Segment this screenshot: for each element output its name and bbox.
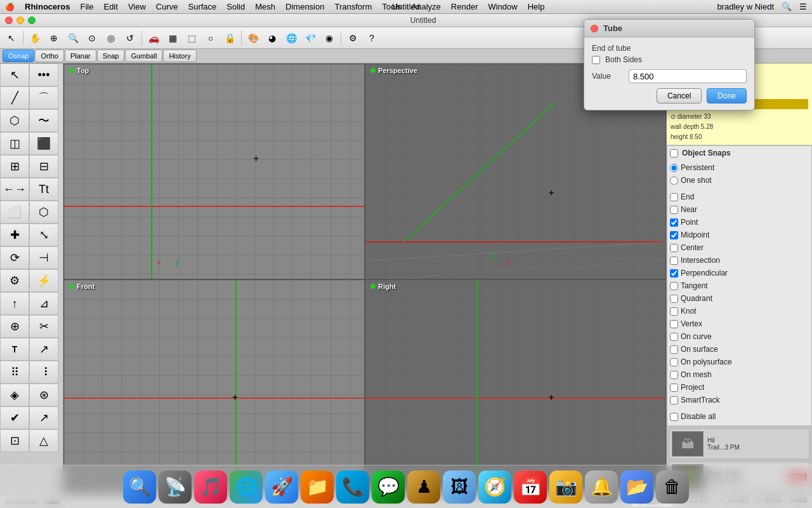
snap-point[interactable]: Point [670, 216, 809, 229]
snap-onsurface-checkbox[interactable] [670, 345, 678, 354]
dock-messages[interactable]: 💬 [372, 471, 405, 504]
menu-file[interactable]: File [81, 2, 94, 11]
dock-calendar[interactable]: 📅 [514, 471, 547, 504]
left-3dobj-btn[interactable]: ◈ [0, 384, 29, 406]
apple-menu[interactable]: 🍎 [5, 3, 15, 11]
left-poly-btn[interactable]: ⬡ [0, 109, 29, 132]
left-select-btn[interactable]: ↖ [0, 64, 29, 86]
left-sub-btn[interactable]: ⊟ [29, 155, 58, 178]
done-button[interactable]: Done [707, 88, 747, 104]
snap-tangent[interactable]: Tangent [670, 279, 809, 292]
close-button[interactable] [5, 17, 13, 24]
snap-tangent-checkbox[interactable] [670, 282, 678, 290]
gem-btn[interactable]: 💎 [301, 29, 319, 47]
ortho-toggle[interactable]: Ortho [35, 50, 64, 62]
snap-perpendicular[interactable]: Perpendicular [670, 267, 809, 279]
dot-btn[interactable]: ◉ [320, 29, 338, 47]
viewport-right[interactable]: + Right z y [365, 279, 666, 495]
dock-notification[interactable]: 🔔 [585, 471, 618, 504]
snap-onsurface[interactable]: On surface [670, 343, 809, 356]
left-extrude-btn[interactable]: ↑ [0, 292, 29, 315]
left-mesh-btn[interactable]: ⊞ [0, 155, 29, 178]
snap-quadrant[interactable]: Quadrant [670, 292, 809, 305]
snap-near[interactable]: Near [670, 203, 809, 216]
dock-chess[interactable]: ♟ [407, 471, 440, 504]
left-points-btn[interactable]: ••• [29, 64, 58, 86]
maximize-button[interactable] [28, 17, 36, 24]
snap-vertex[interactable]: Vertex [670, 318, 809, 330]
cancel-button[interactable]: Cancel [657, 88, 702, 104]
zoom-extents-btn[interactable]: ◎ [102, 29, 120, 47]
snap-onpolysurface-checkbox[interactable] [670, 358, 678, 366]
zoom-all-btn[interactable]: ⊙ [83, 29, 101, 47]
snap-point-checkbox[interactable] [670, 218, 678, 227]
menu-edit[interactable]: Edit [103, 2, 117, 11]
left-annot-btn[interactable]: Tt [29, 178, 58, 201]
menu-window[interactable]: Window [488, 2, 517, 11]
value-input[interactable] [629, 69, 747, 83]
left-line-btn[interactable]: ╱ [0, 86, 29, 109]
viewport-front[interactable]: + Front z x [63, 279, 365, 495]
dock-finder2[interactable]: 📂 [620, 471, 653, 504]
snap-project-checkbox[interactable] [670, 384, 678, 392]
both-sides-checkbox[interactable] [592, 56, 600, 64]
snap-oncurve[interactable]: On curve [670, 330, 809, 343]
snap-smarttrack-checkbox[interactable] [670, 396, 678, 404]
pan-tool-btn[interactable]: ✋ [26, 29, 44, 47]
left-light-btn[interactable]: ⊛ [29, 384, 58, 406]
left-bool-btn[interactable]: ⊕ [0, 315, 29, 338]
snap-center[interactable]: Center [670, 241, 809, 254]
dock-appstore[interactable]: 🚀 [265, 471, 298, 504]
disable-all-checkbox[interactable] [670, 413, 678, 421]
globe-btn[interactable]: 🌐 [282, 29, 300, 47]
left-gear-btn[interactable]: ⚙ [0, 269, 29, 292]
left-arrow-btn[interactable]: ↗ [29, 338, 58, 361]
menu-surface[interactable]: Surface [188, 2, 217, 11]
dock-itunes[interactable]: 🎵 [194, 471, 227, 504]
left-scale-btn[interactable]: ⤡ [29, 224, 58, 246]
rect-btn[interactable]: ⬚ [183, 29, 200, 47]
history-toggle[interactable]: History [163, 50, 196, 62]
menu-help[interactable]: Help [528, 2, 545, 11]
snap-quad-checkbox[interactable] [670, 295, 678, 303]
rotate-view-btn[interactable]: ⊕ [45, 29, 63, 47]
left-rotate-btn[interactable]: ⟳ [0, 246, 29, 269]
snaps-panel-checkbox[interactable] [670, 149, 678, 157]
left-array2-btn[interactable]: ⠸ [29, 361, 58, 384]
snap-midpoint-checkbox[interactable] [670, 231, 678, 239]
dock-finder[interactable]: 🔍 [123, 471, 156, 504]
gumball-toggle[interactable]: Gumball [125, 50, 162, 62]
snap-toggle[interactable]: Snap [97, 50, 125, 62]
one-shot-radio[interactable] [670, 177, 678, 185]
snap-perp-checkbox[interactable] [670, 269, 678, 277]
dock-chrome[interactable]: 🌐 [230, 471, 263, 504]
left-split-btn[interactable]: ✂ [29, 315, 58, 338]
snap-center-checkbox[interactable] [670, 244, 678, 252]
menu-dimension[interactable]: Dimension [285, 2, 324, 11]
tube-dialog-close[interactable] [591, 25, 598, 32]
snap-smarttrack[interactable]: SmartTrack [670, 394, 809, 406]
left-cyl-btn[interactable]: ⬡ [29, 201, 58, 224]
left-dim-btn[interactable]: ←→ [0, 178, 29, 201]
color-wheel-btn[interactable]: 🎨 [244, 29, 262, 47]
left-surface-btn[interactable]: ◫ [0, 132, 29, 155]
snap-intersection[interactable]: Intersection [670, 254, 809, 267]
snap-onmesh[interactable]: On mesh [670, 368, 809, 381]
snap-vertex-checkbox[interactable] [670, 320, 678, 328]
snap-midpoint[interactable]: Midpoint [670, 229, 809, 241]
dock-preview[interactable]: 🖼 [443, 471, 476, 504]
menu-extras-icon[interactable]: ☰ [799, 2, 807, 11]
left-lightning-btn[interactable]: ⚡ [29, 269, 58, 292]
settings-btn[interactable]: ⚙ [344, 29, 362, 47]
snap-knot-checkbox[interactable] [670, 307, 678, 316]
left-cursor-btn[interactable]: ↗ [29, 406, 58, 429]
persistent-radio-row[interactable]: Persistent [670, 161, 809, 174]
menu-render[interactable]: Render [451, 2, 478, 11]
circle-btn[interactable]: ○ [202, 29, 219, 47]
dock-launchpad[interactable]: 📡 [159, 471, 192, 504]
osnap-toggle[interactable]: Osnap [3, 50, 34, 62]
dock-safari[interactable]: 🧭 [478, 471, 511, 504]
left-move-btn[interactable]: ✚ [0, 224, 29, 246]
viewport-top[interactable]: + Top y x [63, 64, 365, 279]
left-offset-btn[interactable]: ⊿ [29, 292, 58, 315]
